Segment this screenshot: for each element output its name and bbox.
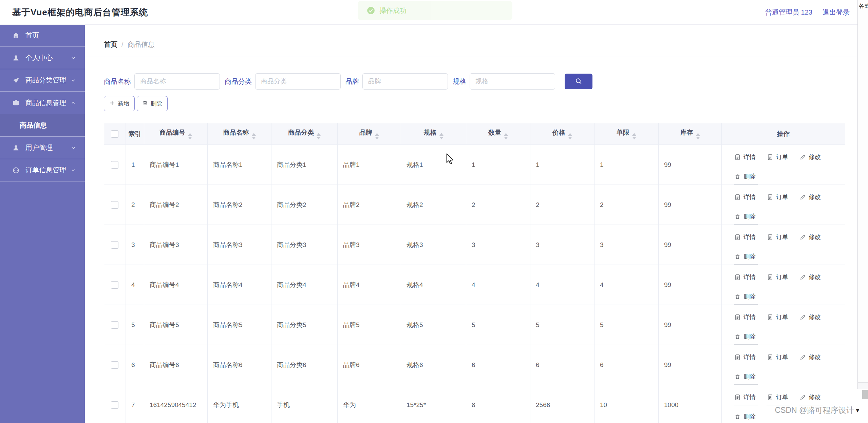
delete-button[interactable]: 删除 [734,412,758,423]
sort-icon[interactable] [317,133,321,139]
cell-limit: 5 [595,305,659,345]
trash-icon [735,254,740,259]
sidebar-item-user-mgmt[interactable]: 用户管理 [0,137,85,159]
sidebar-group-product-info: 商品信息管理 商品信息 [0,92,85,137]
edit-button[interactable]: 修改 [799,353,823,365]
cell-price: 3 [530,225,595,265]
detail-button[interactable]: 详情 [734,353,758,365]
column-header-stock[interactable]: 库存 [659,123,722,145]
add-button[interactable]: 新增 [104,96,135,111]
cell-limit: 6 [595,345,659,385]
order-button[interactable]: 订单 [767,153,790,165]
delete-button[interactable]: 删除 [734,332,758,345]
cell-index: 7 [126,385,144,423]
delete-button[interactable]: 删除 [734,292,758,305]
row-checkbox[interactable] [111,281,118,289]
sidebar-item-home[interactable]: 首页 [0,24,85,47]
sort-icon[interactable] [504,133,508,139]
order-button[interactable]: 订单 [767,273,790,285]
row-checkbox[interactable] [111,201,118,209]
sort-icon[interactable] [375,133,379,139]
detail-button[interactable]: 详情 [734,393,758,405]
order-button[interactable]: 订单 [767,193,790,205]
spec-input[interactable] [470,73,555,90]
delete-button[interactable]: 删除 [734,252,758,265]
sort-icon[interactable] [188,133,192,139]
table-row: 7 1614259045412 华为手机 手机 华为 15*25* 8 2566… [104,385,845,423]
detail-button[interactable]: 详情 [734,273,758,285]
order-button[interactable]: 订单 [767,353,790,365]
breadcrumb-home[interactable]: 首页 [104,40,117,49]
edit-button[interactable]: 修改 [799,193,823,205]
column-header-product-name[interactable]: 商品名称 [208,123,271,145]
brand-input[interactable] [362,73,448,90]
cell-category: 商品分类5 [271,305,338,345]
edit-button[interactable]: 修改 [799,393,823,405]
detail-button[interactable]: 详情 [734,193,758,205]
clipped-panel-text: 各式 [858,0,868,10]
sidebar-item-order-mgmt[interactable]: 订单信息管理 [0,159,85,181]
row-checkbox[interactable] [111,241,118,249]
cell-quantity: 5 [466,305,530,345]
cell-spec: 规格1 [401,145,466,185]
column-header-spec[interactable]: 规格 [401,123,466,145]
edit-button[interactable]: 修改 [799,233,823,245]
select-all-checkbox[interactable] [111,130,118,138]
column-header-quantity[interactable]: 数量 [466,123,530,145]
table-row: 5 商品编号5 商品名称5 商品分类5 品牌5 规格5 5 5 5 99 详情 … [104,305,845,345]
edit-button[interactable]: 修改 [799,153,823,165]
sort-icon[interactable] [568,133,572,139]
delete-button[interactable]: 删除 [734,172,758,185]
column-header-category[interactable]: 商品分类 [271,123,338,145]
category-input[interactable] [255,73,341,90]
sort-icon[interactable] [252,133,256,139]
sort-icon[interactable] [439,133,444,139]
order-button[interactable]: 订单 [767,393,790,405]
search-icon [575,77,582,86]
logout-link[interactable]: 退出登录 [823,8,850,17]
document-icon [767,354,773,361]
row-checkbox[interactable] [111,401,118,409]
cell-category: 商品分类4 [271,265,338,305]
sidebar-item-profile[interactable]: 个人中心 [0,47,85,69]
search-field-category: 商品分类 [225,73,341,90]
row-checkbox[interactable] [111,161,118,169]
column-header-limit[interactable]: 单限 [595,123,659,145]
product-name-input[interactable] [134,73,220,90]
search-button[interactable] [565,74,592,89]
field-label: 规格 [453,77,466,86]
sidebar-item-label: 首页 [25,31,39,40]
sidebar-item-category-mgmt[interactable]: 商品分类管理 [0,69,85,92]
column-header-product-code[interactable]: 商品编号 [144,123,208,145]
cell-product-code: 商品编号6 [144,345,208,385]
products-table: 索引 商品编号 商品名称 商品分类 品牌 规格 数量 价格 单限 库存 操作 1… [104,123,845,423]
sidebar-item-product-info-mgmt[interactable]: 商品信息管理 [0,92,85,114]
edit-button[interactable]: 修改 [799,273,823,285]
order-button[interactable]: 订单 [767,233,790,245]
sort-icon[interactable] [632,133,636,139]
cell-stock: 99 [659,345,722,385]
row-checkbox[interactable] [111,321,118,329]
cell-product-code: 商品编号2 [144,185,208,225]
vertical-scrollbar-thumb[interactable] [862,390,868,399]
row-checkbox[interactable] [111,361,118,369]
caret-down-icon: ▾ [856,406,859,414]
sidebar-item-label: 商品分类管理 [25,76,66,85]
delete-button[interactable]: 删除 [734,372,758,385]
column-header-price[interactable]: 价格 [530,123,595,145]
column-header-brand[interactable]: 品牌 [338,123,401,145]
order-button[interactable]: 订单 [767,313,790,325]
cell-stock: 99 [659,225,722,265]
detail-button[interactable]: 详情 [734,233,758,245]
sidebar-subitem-product-info[interactable]: 商品信息 [0,114,85,136]
delete-button[interactable]: 删除 [734,212,758,225]
trash-icon [735,174,740,179]
toolbar: 新增 删除 [104,96,868,111]
cell-quantity: 2 [466,185,530,225]
sort-icon[interactable] [696,133,700,139]
detail-button[interactable]: 详情 [734,153,758,165]
detail-button[interactable]: 详情 [734,313,758,325]
edit-button[interactable]: 修改 [799,313,823,325]
delete-selected-button[interactable]: 删除 [137,96,168,111]
delete-button-label: 删除 [151,100,162,108]
